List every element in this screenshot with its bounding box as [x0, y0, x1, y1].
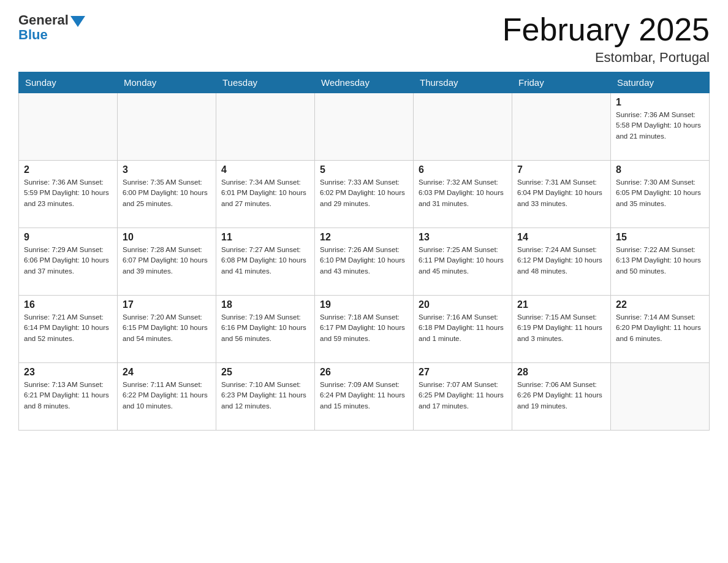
- day-number: 15: [616, 232, 704, 243]
- calendar-cell: 6Sunrise: 7:32 AM Sunset: 6:03 PM Daylig…: [414, 161, 512, 228]
- logo-triangle-icon: [70, 16, 85, 27]
- day-info: Sunrise: 7:26 AM Sunset: 6:10 PM Dayligh…: [320, 245, 408, 277]
- day-header-thursday: Thursday: [414, 72, 512, 93]
- calendar-cell: 2Sunrise: 7:36 AM Sunset: 5:59 PM Daylig…: [19, 161, 118, 228]
- day-number: 24: [123, 367, 211, 378]
- day-info: Sunrise: 7:09 AM Sunset: 6:24 PM Dayligh…: [320, 380, 408, 412]
- day-number: 3: [123, 164, 211, 175]
- calendar-cell: 8Sunrise: 7:30 AM Sunset: 6:05 PM Daylig…: [611, 161, 710, 228]
- day-number: 5: [320, 164, 408, 175]
- day-info: Sunrise: 7:33 AM Sunset: 6:02 PM Dayligh…: [320, 177, 408, 209]
- day-header-sunday: Sunday: [19, 72, 118, 93]
- calendar-cell: 27Sunrise: 7:07 AM Sunset: 6:25 PM Dayli…: [414, 363, 512, 431]
- day-number: 13: [419, 232, 507, 243]
- day-info: Sunrise: 7:22 AM Sunset: 6:13 PM Dayligh…: [616, 245, 704, 277]
- day-header-tuesday: Tuesday: [216, 72, 315, 93]
- day-header-row: SundayMondayTuesdayWednesdayThursdayFrid…: [19, 72, 710, 93]
- calendar-cell: [216, 93, 315, 161]
- week-row-3: 9Sunrise: 7:29 AM Sunset: 6:06 PM Daylig…: [19, 228, 710, 296]
- day-number: 23: [24, 367, 112, 378]
- day-header-saturday: Saturday: [611, 72, 710, 93]
- calendar-cell: 23Sunrise: 7:13 AM Sunset: 6:21 PM Dayli…: [19, 363, 118, 431]
- day-info: Sunrise: 7:30 AM Sunset: 6:05 PM Dayligh…: [616, 177, 704, 209]
- calendar-cell: 20Sunrise: 7:16 AM Sunset: 6:18 PM Dayli…: [414, 296, 512, 363]
- day-info: Sunrise: 7:19 AM Sunset: 6:16 PM Dayligh…: [221, 312, 309, 344]
- calendar-title: February 2025: [502, 12, 710, 47]
- calendar-cell: [315, 93, 414, 161]
- calendar-cell: 28Sunrise: 7:06 AM Sunset: 6:26 PM Dayli…: [512, 363, 611, 431]
- page-header: General Blue February 2025 Estombar, Por…: [18, 12, 710, 66]
- calendar-cell: 4Sunrise: 7:34 AM Sunset: 6:01 PM Daylig…: [216, 161, 315, 228]
- calendar-cell: 16Sunrise: 7:21 AM Sunset: 6:14 PM Dayli…: [19, 296, 118, 363]
- day-header-wednesday: Wednesday: [315, 72, 414, 93]
- day-info: Sunrise: 7:29 AM Sunset: 6:06 PM Dayligh…: [24, 245, 112, 277]
- calendar-cell: 11Sunrise: 7:27 AM Sunset: 6:08 PM Dayli…: [216, 228, 315, 296]
- calendar-cell: 21Sunrise: 7:15 AM Sunset: 6:19 PM Dayli…: [512, 296, 611, 363]
- calendar-cell: 5Sunrise: 7:33 AM Sunset: 6:02 PM Daylig…: [315, 161, 414, 228]
- week-row-4: 16Sunrise: 7:21 AM Sunset: 6:14 PM Dayli…: [19, 296, 710, 363]
- day-info: Sunrise: 7:27 AM Sunset: 6:08 PM Dayligh…: [221, 245, 309, 277]
- calendar-subtitle: Estombar, Portugal: [502, 50, 710, 66]
- day-number: 16: [24, 299, 112, 310]
- day-info: Sunrise: 7:31 AM Sunset: 6:04 PM Dayligh…: [517, 177, 605, 209]
- calendar-table: SundayMondayTuesdayWednesdayThursdayFrid…: [18, 72, 710, 431]
- day-info: Sunrise: 7:14 AM Sunset: 6:20 PM Dayligh…: [616, 312, 704, 344]
- day-info: Sunrise: 7:13 AM Sunset: 6:21 PM Dayligh…: [24, 380, 112, 412]
- day-info: Sunrise: 7:20 AM Sunset: 6:15 PM Dayligh…: [123, 312, 211, 344]
- title-section: February 2025 Estombar, Portugal: [502, 12, 710, 66]
- day-number: 12: [320, 232, 408, 243]
- day-number: 17: [123, 299, 211, 310]
- calendar-cell: 10Sunrise: 7:28 AM Sunset: 6:07 PM Dayli…: [118, 228, 216, 296]
- day-info: Sunrise: 7:07 AM Sunset: 6:25 PM Dayligh…: [419, 380, 507, 412]
- calendar-cell: 26Sunrise: 7:09 AM Sunset: 6:24 PM Dayli…: [315, 363, 414, 431]
- day-info: Sunrise: 7:21 AM Sunset: 6:14 PM Dayligh…: [24, 312, 112, 344]
- day-info: Sunrise: 7:11 AM Sunset: 6:22 PM Dayligh…: [123, 380, 211, 412]
- day-number: 7: [517, 164, 605, 175]
- calendar-cell: 15Sunrise: 7:22 AM Sunset: 6:13 PM Dayli…: [611, 228, 710, 296]
- day-info: Sunrise: 7:32 AM Sunset: 6:03 PM Dayligh…: [419, 177, 507, 209]
- calendar-cell: [512, 93, 611, 161]
- calendar-cell: [19, 93, 118, 161]
- day-info: Sunrise: 7:25 AM Sunset: 6:11 PM Dayligh…: [419, 245, 507, 277]
- day-number: 2: [24, 164, 112, 175]
- day-number: 22: [616, 299, 704, 310]
- day-number: 20: [419, 299, 507, 310]
- day-info: Sunrise: 7:24 AM Sunset: 6:12 PM Dayligh…: [517, 245, 605, 277]
- day-info: Sunrise: 7:34 AM Sunset: 6:01 PM Dayligh…: [221, 177, 309, 209]
- day-number: 11: [221, 232, 309, 243]
- day-info: Sunrise: 7:10 AM Sunset: 6:23 PM Dayligh…: [221, 380, 309, 412]
- day-number: 28: [517, 367, 605, 378]
- week-row-5: 23Sunrise: 7:13 AM Sunset: 6:21 PM Dayli…: [19, 363, 710, 431]
- day-number: 10: [123, 232, 211, 243]
- calendar-cell: 14Sunrise: 7:24 AM Sunset: 6:12 PM Dayli…: [512, 228, 611, 296]
- day-info: Sunrise: 7:35 AM Sunset: 6:00 PM Dayligh…: [123, 177, 211, 209]
- week-row-1: 1Sunrise: 7:36 AM Sunset: 5:58 PM Daylig…: [19, 93, 710, 161]
- day-number: 25: [221, 367, 309, 378]
- calendar-cell: [414, 93, 512, 161]
- calendar-cell: 19Sunrise: 7:18 AM Sunset: 6:17 PM Dayli…: [315, 296, 414, 363]
- day-info: Sunrise: 7:36 AM Sunset: 5:58 PM Dayligh…: [616, 110, 704, 142]
- day-info: Sunrise: 7:16 AM Sunset: 6:18 PM Dayligh…: [419, 312, 507, 344]
- day-number: 1: [616, 97, 704, 108]
- day-number: 27: [419, 367, 507, 378]
- day-number: 26: [320, 367, 408, 378]
- day-number: 6: [419, 164, 507, 175]
- calendar-cell: 13Sunrise: 7:25 AM Sunset: 6:11 PM Dayli…: [414, 228, 512, 296]
- day-header-monday: Monday: [118, 72, 216, 93]
- week-row-2: 2Sunrise: 7:36 AM Sunset: 5:59 PM Daylig…: [19, 161, 710, 228]
- logo-blue-text: Blue: [18, 27, 48, 43]
- calendar-cell: 22Sunrise: 7:14 AM Sunset: 6:20 PM Dayli…: [611, 296, 710, 363]
- calendar-cell: [118, 93, 216, 161]
- day-number: 4: [221, 164, 309, 175]
- day-number: 8: [616, 164, 704, 175]
- calendar-cell: 3Sunrise: 7:35 AM Sunset: 6:00 PM Daylig…: [118, 161, 216, 228]
- calendar-cell: 1Sunrise: 7:36 AM Sunset: 5:58 PM Daylig…: [611, 93, 710, 161]
- day-number: 9: [24, 232, 112, 243]
- day-info: Sunrise: 7:28 AM Sunset: 6:07 PM Dayligh…: [123, 245, 211, 277]
- day-number: 21: [517, 299, 605, 310]
- logo-general-text: General: [18, 12, 69, 28]
- calendar-cell: 25Sunrise: 7:10 AM Sunset: 6:23 PM Dayli…: [216, 363, 315, 431]
- calendar-cell: 24Sunrise: 7:11 AM Sunset: 6:22 PM Dayli…: [118, 363, 216, 431]
- day-info: Sunrise: 7:06 AM Sunset: 6:26 PM Dayligh…: [517, 380, 605, 412]
- day-info: Sunrise: 7:15 AM Sunset: 6:19 PM Dayligh…: [517, 312, 605, 344]
